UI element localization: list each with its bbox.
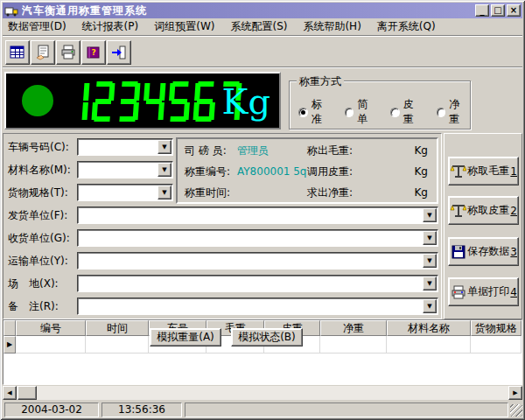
data-grid-button[interactable] [5,40,30,65]
radio-simple[interactable]: 简单 [345,97,379,127]
menu-system-help[interactable]: 系统帮助(H) [298,18,366,36]
dropdown-arrow-icon[interactable]: ▼ [423,299,437,313]
menu-data-management[interactable]: 数据管理(D) [3,18,72,36]
dropdown-arrow-icon[interactable]: ▼ [423,254,437,268]
radio-tare[interactable]: 皮重 [390,97,424,127]
row-indicator-icon: ▶ [4,336,16,354]
menu-phrase-preset[interactable]: 词组预置(W) [149,18,220,36]
receiver-combo[interactable]: ▼ [77,229,438,247]
simulate-weight-button[interactable]: 模拟重量(A) [150,328,221,346]
tare-weight-unit: Kg [415,162,429,181]
simulate-status-button[interactable]: 模拟状态(B) [231,328,303,346]
radio-icon [298,108,308,117]
receiver-label: 收货单位(G): [8,231,70,246]
status-date: 2004-03-02 [4,402,99,417]
col-header-material: 材料名称 [387,320,471,336]
status-message [185,402,508,417]
weigh-id-label: 称重编号: [185,162,230,181]
operator-label: 司 磅 员: [185,141,227,160]
scroll-right-icon[interactable]: ▶ [508,386,522,400]
radio-label: 标准 [312,97,332,127]
menu-system-config[interactable]: 系统配置(S) [225,18,292,36]
dropdown-arrow-icon[interactable]: ▼ [423,208,437,222]
operator-value: 管理员 [237,141,269,160]
print-receipt-button[interactable]: 单据打印4 [448,277,519,306]
weigh-mode-options: 标准 简单 皮重 净重 [298,97,470,127]
scrollbar-thumb[interactable] [18,386,37,400]
resize-grip[interactable] [510,404,522,416]
close-button[interactable]: × [507,4,521,17]
vehicle-number-label: 车辆号码(C): [8,140,69,155]
net-weight-unit: Kg [415,183,429,202]
col-header-id: 编号 [16,320,86,336]
dropdown-arrow-icon[interactable]: ▼ [158,163,172,177]
scale-icon [450,202,466,220]
window-title: 汽车衡通用称重管理系统 [22,4,473,18]
maximize-button[interactable]: □ [491,4,505,17]
minimize-button[interactable]: _ [475,4,489,17]
save-data-button[interactable]: 保存数据3 [448,237,519,266]
dropdown-arrow-icon[interactable]: ▼ [423,276,437,290]
col-header-spec: 货物规格 [471,320,522,336]
led-digits [67,81,245,122]
weigh-gross-button[interactable]: 称取毛重1 [448,157,519,186]
menu-exit-system[interactable]: 离开系统(Q) [372,18,441,36]
exit-door-icon [110,44,128,61]
data-grid-icon [9,44,26,61]
floppy-icon [450,243,466,261]
goods-spec-label: 货物规格(T): [8,186,68,200]
app-truck-icon [4,4,18,18]
exit-door-button[interactable] [107,40,131,65]
app-window: 汽车衡通用称重管理系统 _ □ × 数据管理(D) 统计报表(P) 词组预置(W… [0,0,525,420]
help-book-icon: ? [85,44,102,61]
remark-label: 备 注(R): [8,299,59,314]
radio-icon [345,108,354,117]
report-preview-icon [34,44,52,61]
weigh-time-label: 称重时间: [185,183,230,202]
horizontal-scrollbar[interactable]: ◀ ▶ [3,386,522,400]
radio-label: 净重 [449,97,470,127]
transporter-combo[interactable]: ▼ [77,252,438,270]
dropdown-arrow-icon[interactable]: ▼ [423,231,437,245]
gross-weight-unit: Kg [415,141,429,160]
radio-label: 简单 [357,97,378,127]
dropdown-arrow-icon[interactable]: ▼ [158,140,172,154]
led-unit-label: Kg [222,75,271,128]
shipper-label: 发货单位(F): [8,208,67,223]
radio-icon [390,108,400,117]
weight-led-display: Kg [4,72,281,130]
print-button[interactable] [56,40,80,65]
status-time: 13:56:36 [102,402,182,417]
shipper-combo[interactable]: ▼ [77,206,438,224]
weigh-info-panel: 司 磅 员: 管理员 称出毛重: Kg 称重编号: AY800001 5q 调用… [176,137,438,204]
goods-spec-combo[interactable]: ▼ [77,184,173,201]
radio-standard[interactable]: 标准 [298,97,332,127]
remark-combo[interactable]: ▼ [77,298,438,315]
info-row: 司 磅 员: 管理员 称出毛重: Kg [178,141,437,160]
radio-icon [437,108,446,117]
info-row: 称重编号: AY800001 5q 调用皮重: Kg [178,162,437,181]
printer-icon [450,284,466,301]
report-preview-button[interactable] [31,40,55,65]
weigh-mode-group: 称重方式 标准 简单 皮重 净重 [289,80,471,130]
scroll-left-icon[interactable]: ◀ [3,386,17,400]
weigh-tare-button[interactable]: 称取皮重2 [448,196,519,225]
menubar: 数据管理(D) 统计报表(P) 词组预置(W) 系统配置(S) 系统帮助(H) … [3,18,522,36]
gross-weight-label: 称出毛重: [307,141,353,160]
site-combo[interactable]: ▼ [77,275,438,292]
menu-statistics-report[interactable]: 统计报表(P) [77,18,144,36]
form-panel: 车辆号码(C): ▼ 材料名称(M): ▼ 货物规格(T): ▼ 司 磅 员: … [3,133,442,319]
site-label: 场 地(X): [8,276,59,291]
scale-icon [450,163,466,180]
material-name-combo[interactable]: ▼ [77,161,173,178]
info-row: 称重时间: 求出净重: Kg [178,183,437,202]
stable-indicator-light [22,85,53,116]
radio-net[interactable]: 净重 [437,97,471,127]
tare-weight-label: 调用皮重: [307,162,353,181]
help-book-button[interactable]: ? [81,40,106,65]
titlebar: 汽车衡通用称重管理系统 _ □ × [3,3,522,18]
dropdown-arrow-icon[interactable]: ▼ [158,186,172,200]
vehicle-number-combo[interactable]: ▼ [77,138,173,156]
toolbar: ? [3,38,522,67]
col-header-net: 净重 [320,320,387,336]
